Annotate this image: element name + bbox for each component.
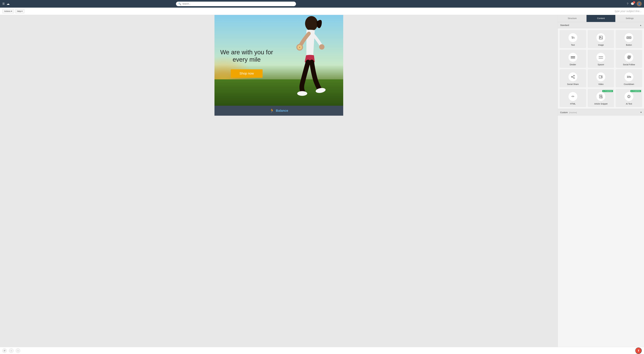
cloud-icon: ☁: [6, 2, 10, 6]
divider-label: Divider: [570, 63, 576, 66]
ai-badge-text: AI POWERED: [630, 90, 641, 92]
content-item-social-share[interactable]: Social Share: [560, 69, 586, 87]
forward-button[interactable]: ›: [16, 348, 20, 353]
help-label: Help: [17, 10, 21, 12]
svg-point-20: [574, 75, 574, 76]
hero-title: We are with you for every mile: [219, 49, 274, 63]
content-item-countdown[interactable]: 10s Countdown: [616, 69, 642, 87]
refresh-button[interactable]: ↺: [2, 348, 7, 353]
svg-rect-13: [599, 56, 603, 57]
social-follow-icon: +: [624, 53, 634, 62]
svg-rect-12: [571, 58, 575, 58]
notification-badge: 0: [633, 1, 635, 4]
countdown-label: Countdown: [624, 83, 634, 85]
svg-rect-14: [599, 58, 603, 59]
standard-label: Standard: [560, 24, 569, 26]
ai-text-label: Ai Text: [626, 103, 632, 105]
spacer-icon: [596, 53, 606, 62]
svg-rect-11: [571, 56, 575, 57]
svg-line-24: [572, 77, 574, 78]
logo-text: Balance: [276, 109, 288, 113]
content-item-social-follow[interactable]: + Social Follow: [616, 50, 642, 68]
button-label: Button: [626, 44, 632, 46]
html-icon: <>: [568, 92, 578, 101]
subject-line-input[interactable]: type your subject line...: [615, 10, 642, 13]
main-area: ✦ We are with you for every mile Shop no…: [0, 15, 644, 354]
ai-badge-article: AI POWERED: [602, 90, 613, 92]
actions-button[interactable]: Actions ▾: [2, 9, 14, 13]
standard-section-header[interactable]: Standard ▲: [558, 22, 644, 28]
standard-chevron-icon: ▲: [640, 24, 642, 26]
panel-tabs: Structure Content Settings: [558, 15, 644, 22]
logo-icon: 🏃: [270, 108, 274, 113]
hero-text-overlay: We are with you for every mile Shop now: [219, 49, 274, 78]
custom-chevron-icon: ▾: [640, 111, 642, 114]
save-button[interactable]: ⬆: [635, 347, 642, 354]
email-footer: 🏃 Balance: [214, 106, 343, 116]
help-button[interactable]: Help ▾: [15, 9, 24, 13]
svg-point-22: [574, 78, 574, 79]
help-chevron-icon: ▾: [22, 10, 22, 12]
notifications-icon[interactable]: 💬 0: [631, 2, 634, 6]
tab-settings[interactable]: Settings: [615, 15, 644, 22]
article-snippet-label: Article Snippet: [594, 103, 608, 105]
search-input[interactable]: [182, 3, 294, 5]
social-follow-label: Social Follow: [623, 63, 635, 66]
actions-chevron-icon: ▾: [11, 10, 12, 12]
content-item-video[interactable]: Video: [588, 69, 614, 87]
custom-status: [Inactive]: [569, 111, 577, 114]
svg-text:✦: ✦: [299, 47, 300, 49]
custom-section[interactable]: Custom [Inactive] ▾: [558, 109, 644, 116]
content-item-button[interactable]: Button: [616, 30, 642, 48]
content-item-html[interactable]: <> HTML: [560, 89, 586, 107]
svg-point-1: [319, 44, 324, 50]
toolbar: Actions ▾ Help ▾ type your subject line.…: [0, 8, 644, 15]
search-icon: 🔍: [178, 3, 181, 5]
footer-logo: 🏃 Balance: [270, 108, 288, 113]
tab-content[interactable]: Content: [586, 15, 615, 22]
text-label: Text: [571, 44, 575, 46]
content-item-article-snippet[interactable]: AI POWERED + Article Snippet: [588, 89, 614, 107]
spacer-label: Spacer: [598, 63, 604, 66]
bottom-bar: ↺ ‹ › ⬆: [0, 347, 644, 354]
content-item-divider[interactable]: Divider: [560, 50, 586, 68]
avatar[interactable]: 👤: [637, 1, 642, 6]
help-icon[interactable]: ?: [627, 2, 628, 6]
svg-point-0: [305, 16, 318, 31]
top-nav: ☰ ☁ 🔍 ? 💬 0 👤: [0, 0, 644, 8]
image-label: Image: [598, 44, 604, 46]
social-share-icon: [568, 72, 578, 82]
actions-label: Actions: [4, 10, 10, 12]
nav-right: ? 💬 0 👤: [627, 1, 642, 6]
content-item-image[interactable]: Image: [588, 30, 614, 48]
svg-marker-26: [601, 76, 602, 78]
content-item-spacer[interactable]: Spacer: [588, 50, 614, 68]
countdown-icon: 10s: [624, 72, 634, 82]
social-share-label: Social Share: [567, 83, 578, 85]
canvas-area: ✦ We are with you for every mile Shop no…: [0, 15, 558, 354]
hamburger-icon[interactable]: ☰: [2, 2, 5, 6]
shop-now-button[interactable]: Shop now: [231, 69, 262, 78]
search-bar: 🔍: [176, 2, 296, 6]
video-icon: [596, 72, 606, 82]
svg-rect-7: [599, 36, 602, 39]
content-grid: Tt Text Image: [558, 28, 644, 109]
email-canvas: ✦ We are with you for every mile Shop no…: [214, 15, 343, 116]
content-item-text[interactable]: Tt Text: [560, 30, 586, 48]
right-panel: Structure Content Settings Standard ▲ Tt…: [558, 15, 644, 354]
video-label: Video: [598, 83, 604, 85]
article-snippet-icon: +: [596, 92, 606, 101]
svg-text:+: +: [630, 56, 631, 57]
ai-text-icon: [624, 92, 634, 101]
svg-point-2: [297, 91, 307, 96]
html-label: HTML: [570, 103, 576, 105]
svg-rect-10: [628, 37, 630, 38]
button-icon: [624, 33, 634, 42]
content-item-ai-text[interactable]: AI POWERED Ai Text: [616, 89, 642, 107]
divider-icon: [568, 53, 578, 62]
svg-text:+: +: [602, 97, 602, 98]
tab-structure[interactable]: Structure: [558, 15, 586, 22]
back-button[interactable]: ‹: [9, 348, 14, 353]
svg-line-23: [572, 76, 574, 77]
custom-label: Custom: [560, 111, 568, 114]
